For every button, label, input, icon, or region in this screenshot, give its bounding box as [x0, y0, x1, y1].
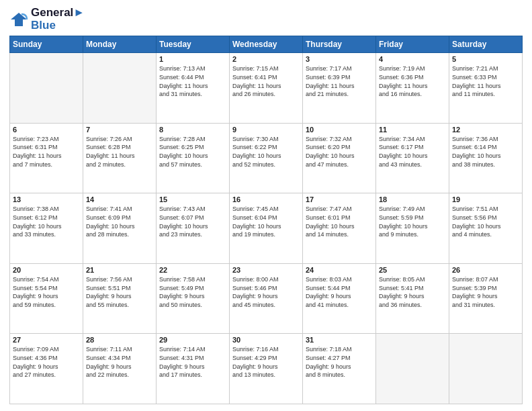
day-number: 25 [379, 266, 446, 274]
logo-icon [9, 10, 28, 29]
day-number: 19 [452, 195, 519, 203]
day-number: 18 [379, 195, 446, 203]
calendar-cell: 24Sunrise: 8:03 AM Sunset: 5:44 PM Dayli… [303, 263, 376, 334]
day-detail: Sunrise: 7:14 AM Sunset: 4:31 PM Dayligh… [159, 345, 226, 379]
day-detail: Sunrise: 7:32 AM Sunset: 6:20 PM Dayligh… [306, 135, 373, 169]
day-number: 12 [452, 126, 519, 134]
day-number: 1 [159, 55, 226, 63]
calendar-cell: 19Sunrise: 7:51 AM Sunset: 5:56 PM Dayli… [449, 193, 523, 264]
calendar-cell: 2Sunrise: 7:15 AM Sunset: 6:41 PM Daylig… [230, 53, 303, 124]
calendar-cell: 21Sunrise: 7:56 AM Sunset: 5:51 PM Dayli… [83, 263, 157, 334]
calendar-cell: 29Sunrise: 7:14 AM Sunset: 4:31 PM Dayli… [157, 334, 230, 404]
day-number: 11 [379, 126, 446, 134]
calendar-cell [10, 53, 83, 124]
header: General► Blue [9, 7, 523, 32]
weekday-header: Monday [83, 36, 157, 53]
calendar-cell [376, 334, 449, 404]
calendar-cell: 14Sunrise: 7:41 AM Sunset: 6:09 PM Dayli… [83, 193, 157, 264]
day-detail: Sunrise: 7:47 AM Sunset: 6:01 PM Dayligh… [306, 205, 373, 238]
calendar: SundayMondayTuesdayWednesdayThursdayFrid… [9, 36, 523, 404]
day-detail: Sunrise: 7:34 AM Sunset: 6:17 PM Dayligh… [379, 135, 446, 169]
calendar-cell: 26Sunrise: 8:07 AM Sunset: 5:39 PM Dayli… [449, 263, 523, 334]
day-detail: Sunrise: 7:09 AM Sunset: 4:36 PM Dayligh… [13, 345, 80, 379]
day-detail: Sunrise: 7:58 AM Sunset: 5:49 PM Dayligh… [159, 275, 226, 309]
calendar-cell: 5Sunrise: 7:21 AM Sunset: 6:33 PM Daylig… [449, 53, 523, 124]
day-detail: Sunrise: 7:30 AM Sunset: 6:22 PM Dayligh… [232, 135, 300, 169]
day-detail: Sunrise: 7:18 AM Sunset: 4:27 PM Dayligh… [306, 345, 373, 379]
day-detail: Sunrise: 7:38 AM Sunset: 6:12 PM Dayligh… [13, 205, 80, 238]
day-number: 3 [306, 55, 373, 63]
logo: General► Blue [9, 7, 85, 32]
day-detail: Sunrise: 7:15 AM Sunset: 6:41 PM Dayligh… [232, 64, 300, 98]
calendar-cell: 10Sunrise: 7:32 AM Sunset: 6:20 PM Dayli… [303, 123, 376, 193]
day-detail: Sunrise: 7:54 AM Sunset: 5:54 PM Dayligh… [13, 275, 80, 309]
day-number: 17 [306, 195, 373, 203]
calendar-cell: 20Sunrise: 7:54 AM Sunset: 5:54 PM Dayli… [10, 263, 83, 334]
day-detail: Sunrise: 7:21 AM Sunset: 6:33 PM Dayligh… [452, 64, 519, 98]
day-number: 22 [159, 266, 226, 274]
calendar-cell: 9Sunrise: 7:30 AM Sunset: 6:22 PM Daylig… [230, 123, 303, 193]
day-detail: Sunrise: 7:43 AM Sunset: 6:07 PM Dayligh… [159, 205, 226, 238]
calendar-cell: 18Sunrise: 7:49 AM Sunset: 5:59 PM Dayli… [376, 193, 449, 264]
calendar-cell: 15Sunrise: 7:43 AM Sunset: 6:07 PM Dayli… [157, 193, 230, 264]
day-detail: Sunrise: 7:51 AM Sunset: 5:56 PM Dayligh… [452, 205, 519, 238]
day-number: 15 [159, 195, 226, 203]
calendar-cell: 13Sunrise: 7:38 AM Sunset: 6:12 PM Dayli… [10, 193, 83, 264]
day-detail: Sunrise: 7:13 AM Sunset: 6:44 PM Dayligh… [159, 64, 226, 98]
calendar-cell: 12Sunrise: 7:36 AM Sunset: 6:14 PM Dayli… [449, 123, 523, 193]
weekday-header: Saturday [449, 36, 523, 53]
calendar-cell: 6Sunrise: 7:23 AM Sunset: 6:31 PM Daylig… [10, 123, 83, 193]
day-detail: Sunrise: 7:17 AM Sunset: 6:39 PM Dayligh… [306, 64, 373, 98]
calendar-cell: 28Sunrise: 7:11 AM Sunset: 4:34 PM Dayli… [83, 334, 157, 404]
day-number: 8 [159, 126, 226, 134]
day-detail: Sunrise: 7:41 AM Sunset: 6:09 PM Dayligh… [86, 205, 153, 238]
calendar-cell: 3Sunrise: 7:17 AM Sunset: 6:39 PM Daylig… [303, 53, 376, 124]
calendar-cell [83, 53, 157, 124]
day-number: 9 [232, 126, 300, 134]
calendar-cell: 25Sunrise: 8:05 AM Sunset: 5:41 PM Dayli… [376, 263, 449, 334]
day-number: 14 [86, 195, 153, 203]
day-detail: Sunrise: 7:28 AM Sunset: 6:25 PM Dayligh… [159, 135, 226, 169]
weekday-header: Friday [376, 36, 449, 53]
day-number: 24 [306, 266, 373, 274]
calendar-cell [449, 334, 523, 404]
logo-text: General► Blue [31, 7, 85, 32]
day-detail: Sunrise: 8:03 AM Sunset: 5:44 PM Dayligh… [306, 275, 373, 309]
weekday-header: Sunday [10, 36, 83, 53]
calendar-cell: 17Sunrise: 7:47 AM Sunset: 6:01 PM Dayli… [303, 193, 376, 264]
day-detail: Sunrise: 8:05 AM Sunset: 5:41 PM Dayligh… [379, 275, 446, 309]
day-number: 5 [452, 55, 519, 63]
day-number: 2 [232, 55, 300, 63]
calendar-cell: 11Sunrise: 7:34 AM Sunset: 6:17 PM Dayli… [376, 123, 449, 193]
day-detail: Sunrise: 7:49 AM Sunset: 5:59 PM Dayligh… [379, 205, 446, 238]
weekday-header: Tuesday [157, 36, 230, 53]
day-detail: Sunrise: 8:00 AM Sunset: 5:46 PM Dayligh… [232, 275, 300, 309]
calendar-cell: 30Sunrise: 7:16 AM Sunset: 4:29 PM Dayli… [230, 334, 303, 404]
day-detail: Sunrise: 7:11 AM Sunset: 4:34 PM Dayligh… [86, 345, 153, 379]
day-number: 13 [13, 195, 80, 203]
day-detail: Sunrise: 7:23 AM Sunset: 6:31 PM Dayligh… [13, 135, 80, 169]
calendar-cell: 7Sunrise: 7:26 AM Sunset: 6:28 PM Daylig… [83, 123, 157, 193]
calendar-cell: 22Sunrise: 7:58 AM Sunset: 5:49 PM Dayli… [157, 263, 230, 334]
day-number: 10 [306, 126, 373, 134]
day-number: 30 [232, 336, 300, 344]
page: General► Blue SundayMondayTuesdayWednesd… [0, 0, 532, 411]
day-number: 21 [86, 266, 153, 274]
day-number: 27 [13, 336, 80, 344]
weekday-header: Wednesday [230, 36, 303, 53]
day-detail: Sunrise: 7:19 AM Sunset: 6:36 PM Dayligh… [379, 64, 446, 98]
day-number: 7 [86, 126, 153, 134]
day-detail: Sunrise: 7:45 AM Sunset: 6:04 PM Dayligh… [232, 205, 300, 238]
day-number: 4 [379, 55, 446, 63]
day-number: 28 [86, 336, 153, 344]
day-number: 16 [232, 195, 300, 203]
calendar-cell: 31Sunrise: 7:18 AM Sunset: 4:27 PM Dayli… [303, 334, 376, 404]
day-detail: Sunrise: 7:26 AM Sunset: 6:28 PM Dayligh… [86, 135, 153, 169]
day-detail: Sunrise: 8:07 AM Sunset: 5:39 PM Dayligh… [452, 275, 519, 309]
calendar-cell: 8Sunrise: 7:28 AM Sunset: 6:25 PM Daylig… [157, 123, 230, 193]
day-number: 23 [232, 266, 300, 274]
calendar-cell: 1Sunrise: 7:13 AM Sunset: 6:44 PM Daylig… [157, 53, 230, 124]
calendar-cell: 4Sunrise: 7:19 AM Sunset: 6:36 PM Daylig… [376, 53, 449, 124]
calendar-cell: 23Sunrise: 8:00 AM Sunset: 5:46 PM Dayli… [230, 263, 303, 334]
day-number: 20 [13, 266, 80, 274]
